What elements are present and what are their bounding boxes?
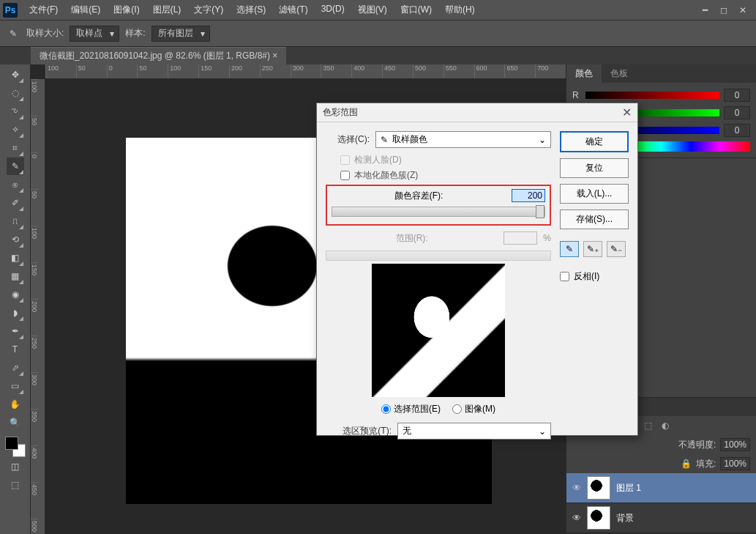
menu-bar: 文件(F)编辑(E)图像(I)图层(L)文字(Y)选择(S)滤镜(T)3D(D)… [23,1,481,19]
preview-mode-dropdown[interactable]: 无 [397,423,551,440]
eyedropper-tool[interactable]: ✎ [7,157,24,175]
toolbox: ✥ ◌ ఌ ✧ ⌗ ✎ ⍟ ✐ ⎍ ⟲ ◧ ▦ ◉ ◗ ✒ T ⬀ ▭ ✋ 🔍 … [0,64,31,534]
dialog-close-button[interactable]: ✕ [622,105,632,119]
localized-checkbox[interactable]: 本地化颜色簇(Z) [340,169,551,182]
r-slider[interactable] [585,92,719,99]
eraser-tool[interactable]: ◧ [7,249,24,267]
fuzziness-highlight-box: 颜色容差(F): [326,185,551,226]
history-brush-tool[interactable]: ⟲ [7,231,24,248]
slider-thumb[interactable] [536,205,544,218]
save-button[interactable]: 存储(S)... [560,209,629,229]
select-label: 选择(C): [326,133,370,146]
menu-item[interactable]: 帮助(H) [439,1,481,19]
sample-size-dropdown[interactable]: 取样点 [70,26,119,42]
screenmode-toggle[interactable]: ⬚ [7,476,24,494]
hand-tool[interactable]: ✋ [7,396,24,413]
zoom-tool[interactable]: 🔍 [7,414,24,431]
gradient-tool[interactable]: ▦ [7,267,24,285]
marquee-tool[interactable]: ◌ [7,84,24,102]
sample-label: 样本: [125,27,145,40]
color-range-dialog: 色彩范围 ✕ 选择(C): ✎取样颜色 检测人脸(D) 本地化颜色簇(Z) 颜色… [316,103,638,436]
close-window-button[interactable]: ✕ [734,3,752,18]
visibility-eye-icon[interactable]: 👁 [572,513,581,523]
options-bar: ✎ 取样大小: 取样点 样本: 所有图层 [0,21,756,47]
dodge-tool[interactable]: ◗ [7,304,24,322]
visibility-eye-icon[interactable]: 👁 [572,483,581,493]
layer-thumbnail[interactable] [587,476,610,500]
eyedropper-tool-icon[interactable]: ✎ [6,26,20,41]
menu-item[interactable]: 图层(L) [147,1,187,19]
dialog-title: 色彩范围 [323,106,358,119]
fill-value[interactable]: 100% [720,457,750,470]
maximize-button[interactable]: ◻ [715,3,733,18]
style-icon[interactable]: ⬚ [641,420,654,431]
r-value[interactable]: 0 [724,89,750,102]
lasso-tool[interactable]: ఌ [7,103,24,120]
opacity-label: 不透明度: [678,439,716,451]
magic-wand-tool[interactable]: ✧ [7,121,24,138]
layer-row[interactable]: 👁图层 1 [566,473,756,503]
layer-row[interactable]: 👁背景 [566,503,756,533]
brush-tool[interactable]: ✐ [7,194,24,212]
move-tool[interactable]: ✥ [7,66,24,84]
document-tab[interactable]: 微信截图_20210816091042.jpg @ 82.6% (图层 1, R… [31,47,286,64]
radio-selection[interactable]: 选择范围(E) [381,403,441,415]
fill-label: 填充: [696,458,716,470]
select-dropdown[interactable]: ✎取样颜色 [375,131,551,148]
menu-item[interactable]: 窗口(W) [394,1,438,19]
shape-tool[interactable]: ▭ [7,377,24,395]
healing-tool[interactable]: ⍟ [7,176,24,193]
menu-item[interactable]: 文件(F) [23,1,64,19]
menu-item[interactable]: 文字(Y) [188,1,229,19]
g-value[interactable]: 0 [724,106,750,119]
lock-icon[interactable]: 🔒 [681,459,692,469]
blur-tool[interactable]: ◉ [7,286,24,303]
opacity-value[interactable]: 100% [720,438,750,451]
ruler-vertical: 10050050100150200250300350400450500 [31,79,45,534]
invert-checkbox[interactable]: 反相(I) [560,270,629,283]
minimize-button[interactable]: ━ [696,3,714,18]
fuzziness-input[interactable] [512,189,545,202]
sample-layer-dropdown[interactable]: 所有图层 [151,26,210,42]
menu-item[interactable]: 3D(D) [315,1,351,19]
detect-faces-checkbox: 检测人脸(D) [340,154,551,166]
menu-item[interactable]: 滤镜(T) [273,1,313,19]
path-select-tool[interactable]: ⬀ [7,359,24,377]
type-tool[interactable]: T [7,341,24,358]
menu-item[interactable]: 选择(S) [231,1,272,19]
fuzziness-slider[interactable] [332,207,545,217]
b-value[interactable]: 0 [724,124,750,137]
eyedropper-sample-icon[interactable]: ✎ [560,241,579,257]
range-label: 范围(R): [326,232,498,245]
pen-tool[interactable]: ✒ [7,322,24,340]
range-unit: % [543,233,551,243]
r-label: R [572,90,581,100]
eyedropper-add-icon[interactable]: ✎₊ [583,241,602,257]
fg-color-swatch[interactable] [5,437,18,450]
window-controls: ━ ◻ ✕ [696,3,756,18]
swatches-tab[interactable]: 色板 [602,64,637,83]
ok-button[interactable]: 确定 [560,131,629,152]
sample-size-label: 取样大小: [26,27,64,40]
quickmask-toggle[interactable]: ◫ [7,458,24,475]
menu-item[interactable]: 图像(I) [108,1,145,19]
title-bar: Ps 文件(F)编辑(E)图像(I)图层(L)文字(Y)选择(S)滤镜(T)3D… [0,0,756,21]
layer-list: 👁图层 1👁背景 [566,473,756,533]
menu-item[interactable]: 视图(V) [352,1,393,19]
dialog-titlebar[interactable]: 色彩范围 ✕ [317,103,637,122]
reset-button[interactable]: 复位 [560,158,629,178]
crop-tool[interactable]: ⌗ [7,139,24,157]
load-button[interactable]: 载入(L)... [560,184,629,204]
selection-preview[interactable] [372,264,505,397]
stamp-tool[interactable]: ⎍ [7,212,24,230]
eyedropper-subtract-icon[interactable]: ✎₋ [607,241,626,257]
range-slider [326,251,551,261]
color-swatches[interactable] [5,437,26,457]
radio-image[interactable]: 图像(M) [452,403,495,415]
ps-logo-icon: Ps [3,3,18,18]
color-tab[interactable]: 颜色 [566,64,602,83]
fuzziness-label: 颜色容差(F): [332,190,506,202]
layer-thumbnail[interactable] [587,506,610,530]
style-icon[interactable]: ◐ [659,420,672,431]
menu-item[interactable]: 编辑(E) [65,1,106,19]
